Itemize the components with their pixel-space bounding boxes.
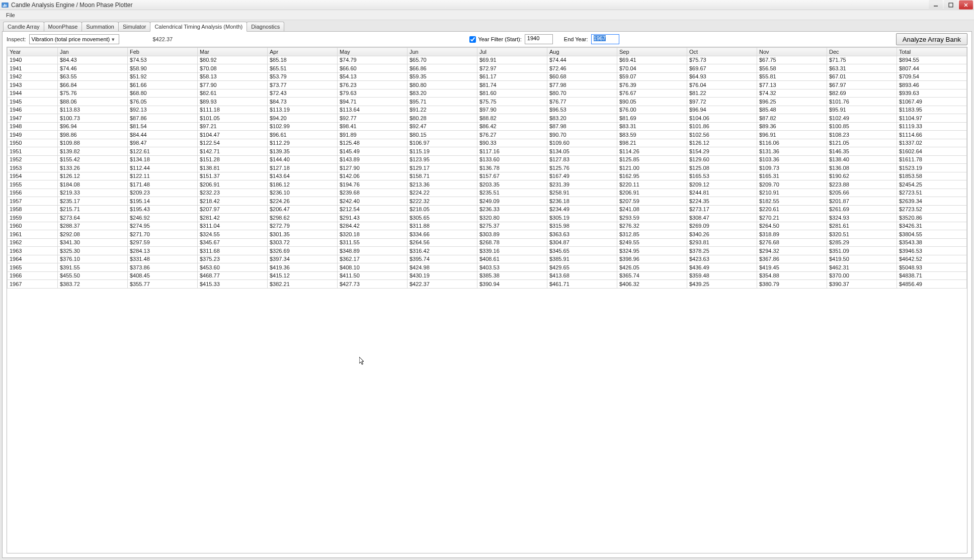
table-row[interactable]: 1950$109.88$98.47$122.54$112.29$125.48$1… bbox=[8, 139, 967, 147]
table-cell: $92.47 bbox=[408, 122, 477, 131]
table-cell: $95.91 bbox=[827, 106, 897, 114]
table-cell: $209.23 bbox=[128, 189, 198, 197]
table-row[interactable]: 1952$155.42$134.18$151.28$144.40$143.89$… bbox=[8, 155, 967, 164]
table-row[interactable]: 1948$96.94$81.54$97.21$102.99$98.41$92.4… bbox=[8, 122, 967, 131]
table-row[interactable]: 1940$84.43$74.53$80.92$85.18$74.79$65.70… bbox=[8, 56, 967, 64]
table-cell: $292.08 bbox=[58, 230, 128, 239]
table-cell: $406.32 bbox=[617, 280, 687, 289]
table-cell: $100.73 bbox=[58, 114, 128, 123]
table-cell: $395.74 bbox=[408, 255, 477, 263]
table-row[interactable]: 1955$184.08$171.48$206.91$186.12$194.76$… bbox=[8, 180, 967, 189]
column-header[interactable]: Dec bbox=[827, 48, 897, 56]
table-row[interactable]: 1964$376.10$331.48$375.23$397.34$362.17$… bbox=[8, 255, 967, 263]
menu-file[interactable]: File bbox=[3, 11, 18, 19]
table-cell: $125.76 bbox=[547, 164, 617, 172]
tab-calendrical-timing-analysis-month-[interactable]: Calendrical Timing Analysis (Month) bbox=[150, 22, 247, 32]
table-row[interactable]: 1965$391.55$373.86$453.60$419.36$408.10$… bbox=[8, 263, 967, 272]
table-row[interactable]: 1951$139.82$122.61$142.71$139.35$145.49$… bbox=[8, 147, 967, 156]
table-cell: $97.72 bbox=[687, 98, 757, 106]
table-row[interactable]: 1963$325.30$284.13$311.68$326.69$348.89$… bbox=[8, 247, 967, 255]
table-row[interactable]: 1960$288.37$274.95$311.04$272.79$284.42$… bbox=[8, 222, 967, 230]
table-cell: $320.80 bbox=[477, 214, 547, 222]
svg-rect-3 bbox=[6, 5, 7, 7]
table-cell: $303.89 bbox=[477, 230, 547, 239]
table-row[interactable]: 1966$455.50$408.45$468.77$415.12$411.50$… bbox=[8, 271, 967, 280]
table-cell: $98.86 bbox=[58, 131, 128, 139]
table-cell: $74.46 bbox=[58, 64, 128, 73]
table-row[interactable]: 1944$75.76$68.80$82.61$72.43$79.63$83.20… bbox=[8, 89, 967, 98]
table-cell: $375.23 bbox=[198, 255, 268, 263]
table-row[interactable]: 1967$383.72$355.77$415.33$382.21$427.73$… bbox=[8, 280, 967, 289]
column-header[interactable]: Apr bbox=[268, 48, 338, 56]
tab-moonphase[interactable]: MoonPhase bbox=[44, 22, 83, 31]
year-filter-checkbox[interactable] bbox=[469, 36, 476, 43]
column-header[interactable]: Jun bbox=[408, 48, 477, 56]
minimize-button[interactable] bbox=[929, 1, 943, 10]
column-header[interactable]: Feb bbox=[128, 48, 198, 56]
column-header[interactable]: Jan bbox=[58, 48, 128, 56]
analyze-button[interactable]: Analyze Array Bank bbox=[896, 33, 967, 45]
table-cell: $81.60 bbox=[477, 89, 547, 98]
start-year-input[interactable]: 1940 bbox=[525, 34, 553, 44]
tab-diagnostics[interactable]: Diagnostics bbox=[247, 22, 284, 31]
inspect-combo[interactable]: Vibration (total price movement) ▾ bbox=[29, 34, 120, 44]
table-cell: $115.19 bbox=[408, 147, 477, 156]
table-row[interactable]: 1956$219.33$209.23$232.23$236.10$239.68$… bbox=[8, 189, 967, 197]
maximize-button[interactable] bbox=[944, 1, 958, 10]
table-row[interactable]: 1962$341.30$297.59$345.67$303.72$311.55$… bbox=[8, 238, 967, 247]
chevron-down-icon: ▾ bbox=[110, 36, 117, 43]
table-cell: $186.12 bbox=[268, 180, 338, 189]
table-cell: $264.56 bbox=[408, 238, 477, 247]
table-cell: $2639.34 bbox=[897, 197, 967, 206]
column-header[interactable]: Nov bbox=[757, 48, 827, 56]
column-header[interactable]: Jul bbox=[477, 48, 547, 56]
table-cell: $127.18 bbox=[268, 164, 338, 172]
table-row[interactable]: 1961$292.08$271.70$324.55$301.35$320.18$… bbox=[8, 230, 967, 239]
table-cell: $113.19 bbox=[268, 106, 338, 114]
table-cell: $63.31 bbox=[827, 64, 897, 73]
table-cell: $91.22 bbox=[408, 106, 477, 114]
table-row[interactable]: 1958$215.71$195.43$207.97$206.47$212.54$… bbox=[8, 205, 967, 214]
table-cell: $236.33 bbox=[477, 205, 547, 214]
table-cell: $101.76 bbox=[827, 98, 897, 106]
table-cell: $273.64 bbox=[58, 214, 128, 222]
table-cell: $111.18 bbox=[198, 106, 268, 114]
tab-candle-array[interactable]: Candle Array bbox=[3, 22, 44, 31]
table-row[interactable]: 1953$133.26$112.44$138.81$127.18$127.90$… bbox=[8, 164, 967, 172]
tab-summation[interactable]: Summation bbox=[82, 22, 119, 31]
close-button[interactable] bbox=[959, 1, 973, 10]
table-row[interactable]: 1947$100.73$87.86$101.05$94.20$92.77$80.… bbox=[8, 114, 967, 123]
svg-rect-2 bbox=[4, 4, 5, 7]
end-year-input[interactable]: 1967 bbox=[591, 34, 619, 44]
table-cell: $207.97 bbox=[198, 205, 268, 214]
column-header[interactable]: Year bbox=[8, 48, 58, 56]
column-header[interactable]: Oct bbox=[687, 48, 757, 56]
table-cell: $72.46 bbox=[547, 64, 617, 73]
table-row[interactable]: 1959$273.64$246.92$281.42$298.62$291.43$… bbox=[8, 214, 967, 222]
table-row[interactable]: 1941$74.46$58.90$70.08$65.51$66.60$66.86… bbox=[8, 64, 967, 73]
table-cell: $127.83 bbox=[547, 155, 617, 164]
table-row[interactable]: 1957$235.17$195.14$218.42$224.26$242.40$… bbox=[8, 197, 967, 206]
table-row[interactable]: 1943$66.84$61.66$77.90$73.77$76.23$80.80… bbox=[8, 81, 967, 89]
column-header[interactable]: May bbox=[338, 48, 408, 56]
table-row[interactable]: 1942$63.55$51.92$58.13$53.79$54.13$59.35… bbox=[8, 72, 967, 81]
table-row[interactable]: 1946$113.83$92.13$111.18$113.19$113.64$9… bbox=[8, 106, 967, 114]
column-header[interactable]: Sep bbox=[617, 48, 687, 56]
table-cell: $3946.53 bbox=[897, 247, 967, 255]
table-cell: $341.30 bbox=[58, 238, 128, 247]
column-header[interactable]: Mar bbox=[198, 48, 268, 56]
table-cell: 1965 bbox=[8, 263, 58, 272]
table-cell: $220.61 bbox=[757, 205, 827, 214]
column-header[interactable]: Aug bbox=[547, 48, 617, 56]
table-cell: $121.00 bbox=[617, 164, 687, 172]
tab-simulator[interactable]: Simulator bbox=[118, 22, 150, 31]
table-cell: $116.06 bbox=[757, 139, 827, 147]
table-cell: $69.91 bbox=[477, 56, 547, 64]
table-cell: $397.34 bbox=[268, 255, 338, 263]
column-header[interactable]: Total bbox=[897, 48, 967, 56]
table-cell: $213.36 bbox=[408, 180, 477, 189]
content-panel: Inspect: Vibration (total price movement… bbox=[2, 31, 972, 558]
table-row[interactable]: 1954$126.12$122.11$151.37$143.64$142.06$… bbox=[8, 172, 967, 180]
table-row[interactable]: 1945$88.06$76.05$89.93$84.73$94.71$95.71… bbox=[8, 98, 967, 106]
table-row[interactable]: 1949$98.86$84.44$104.47$96.61$91.89$80.1… bbox=[8, 131, 967, 139]
